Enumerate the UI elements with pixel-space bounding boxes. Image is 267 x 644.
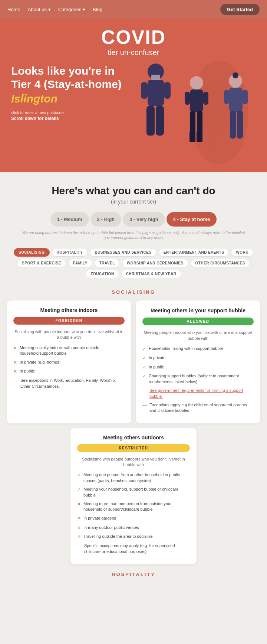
disclaimer-text: We are doing our best to keep this advic… — [11, 230, 256, 241]
rule-item: ✕ Meeting more than one person from outs… — [77, 501, 190, 513]
cat-entertainment[interactable]: ENTERTAINMENT AND EVENTS — [159, 248, 229, 257]
cat-work[interactable]: WORK — [231, 248, 253, 257]
tier-tabs-section: Here's what you can and can't do (in you… — [0, 172, 267, 244]
svg-rect-4 — [148, 80, 164, 106]
svg-rect-6 — [164, 82, 171, 99]
svg-rect-12 — [185, 92, 190, 105]
rule-text: In private gardens — [83, 515, 116, 521]
cross-icon: ✕ — [77, 515, 81, 522]
cat-sport[interactable]: SPORT & EXERCISE — [17, 259, 66, 267]
card-bubble-rules: ✓ Households mixing within support bubbl… — [142, 346, 254, 414]
section-subtitle: (in your current tier) — [11, 199, 256, 205]
svg-rect-25 — [232, 84, 239, 88]
nav-categories[interactable]: Categories ▾ — [58, 7, 85, 12]
tier-tab-2[interactable]: 2 - High — [90, 212, 122, 227]
svg-point-26 — [233, 72, 238, 78]
svg-rect-20 — [229, 88, 243, 112]
check-icon: ✓ — [142, 364, 146, 371]
support-bubble-link[interactable]: See government requirements for forming … — [149, 388, 254, 399]
check-icon: ✓ — [142, 346, 146, 352]
rule-item: ✓ In public — [142, 364, 254, 371]
main-content: Here's what you can and can't do (in you… — [0, 172, 267, 598]
rule-item: ✕ Meeting socially indoors with people o… — [13, 345, 125, 357]
dash-icon: — — [77, 543, 82, 549]
svg-rect-17 — [197, 131, 202, 142]
postcode-hint[interactable]: click to enter a new postcode — [11, 110, 130, 115]
card-outdoors-desc: Socialising with people outdoors who you… — [77, 456, 190, 468]
check-icon: ✓ — [142, 355, 146, 361]
status-badge-allowed: ALLOWED — [142, 318, 254, 325]
svg-rect-11 — [190, 90, 203, 112]
dash-icon: — — [13, 378, 18, 384]
rule-item: — Exceptions apply e.g.for children of s… — [142, 402, 254, 414]
navbar: Home About us ▾ Categories ▾ Blog Get St… — [0, 0, 267, 19]
svg-rect-18 — [193, 85, 200, 89]
rule-text: Meeting your household, support bubble o… — [83, 487, 190, 498]
svg-rect-2 — [214, 131, 217, 153]
rule-item: — See exceptions in Work, Education, Fam… — [13, 378, 125, 389]
svg-rect-16 — [189, 131, 195, 142]
cat-other[interactable]: OTHER CIRCUMSTANCES — [191, 259, 250, 267]
cat-hospitality[interactable]: HOSPITALITY — [52, 248, 88, 257]
dash-icon: — — [142, 388, 147, 394]
hero-text-block: Looks like you're in Tier 4 (Stay-at-hom… — [11, 61, 130, 121]
svg-rect-7 — [146, 106, 155, 136]
svg-rect-24 — [237, 111, 243, 139]
rule-text: In private — [149, 355, 165, 361]
status-badge-restricted: RESTRICTED — [77, 444, 190, 452]
cat-businesses[interactable]: BUSINESSES AND SERVICES — [90, 248, 156, 257]
cross-icon: ✕ — [13, 360, 17, 366]
svg-rect-5 — [141, 82, 148, 99]
card-indoors-title: Meeting others indoors — [13, 307, 125, 313]
cat-travel[interactable]: TRAVEL — [95, 259, 120, 267]
tier-tab-1[interactable]: 1 - Medium — [50, 212, 89, 227]
tier-tab-4[interactable]: 4 - Stay at home — [167, 212, 217, 227]
svg-rect-23 — [230, 111, 236, 139]
cat-socialising[interactable]: SOCIALISING — [14, 248, 50, 257]
socialising-section-heading: SOCIALISING — [0, 289, 267, 295]
get-started-button[interactable]: Get Started — [220, 4, 260, 15]
svg-rect-8 — [156, 106, 164, 136]
rule-item: ✓ Changing support bubbles (subject to g… — [142, 373, 254, 385]
card-outdoors-rules: ✓ Meeting one person from another househ… — [77, 472, 190, 554]
rule-item: ✕ In private (e.g. homes) — [13, 360, 125, 366]
hospitality-section-heading: HOSPITALITY — [0, 572, 267, 581]
tier-tabs-container: 1 - Medium 2 - High 3 - Very high 4 - St… — [11, 212, 256, 227]
rule-item: — Specific exceptions may apply (e.g. fo… — [77, 543, 190, 554]
top-cards-row: Meeting others indoors FORBIDDEN Sociali… — [0, 300, 267, 423]
category-tags-container: SOCIALISING HOSPITALITY BUSINESSES AND S… — [0, 244, 267, 282]
nav-links: Home About us ▾ Categories ▾ Blog — [7, 7, 220, 12]
rule-text: In private (e.g. homes) — [20, 360, 60, 365]
cross-icon: ✕ — [77, 501, 81, 507]
check-icon: ✓ — [77, 472, 81, 478]
cross-icon: ✕ — [77, 534, 81, 540]
cat-education[interactable]: EDUCATION — [86, 270, 119, 278]
nav-about[interactable]: About us ▾ — [28, 7, 51, 12]
status-badge-forbidden: FORBIDDEN — [13, 317, 125, 325]
cross-icon: ✕ — [13, 368, 17, 375]
card-outdoors-container: Meeting others outdoors RESTRICTED Socia… — [0, 428, 267, 564]
card-bubble-title: Meeting others in your support bubble — [142, 307, 254, 314]
tier-tab-3[interactable]: 3 - Very high — [123, 212, 165, 227]
cat-worship[interactable]: WORSHIP AND CEREMONIES — [122, 259, 188, 267]
hero-illustration — [126, 49, 260, 172]
rule-item: ✕ In private gardens — [77, 515, 190, 522]
nav-home[interactable]: Home — [7, 7, 20, 12]
dash-icon: — — [142, 402, 147, 409]
nav-blog[interactable]: Blog — [93, 7, 102, 12]
rule-text: Meeting more than one person from outsid… — [83, 501, 190, 513]
rule-item: ✓ Households mixing within support bubbl… — [142, 346, 254, 352]
card-bubble-desc: Meeting people indoors who you live with… — [142, 330, 254, 341]
rule-text: Specific exceptions may apply (e.g. for … — [84, 543, 190, 554]
hero-location: Islington — [11, 92, 130, 105]
rule-text: In many outdoor public venues — [83, 525, 139, 530]
card-indoors-desc: Socialising with people indoors who you … — [13, 329, 125, 341]
cat-family[interactable]: FAMILY — [68, 259, 92, 267]
card-outdoors-title: Meeting others outdoors — [77, 435, 190, 440]
cat-christmas[interactable]: CHRISTMAS & NEW YEAR — [121, 270, 181, 278]
hero-title: COVID — [11, 26, 256, 48]
card-indoors-rules: ✕ Meeting socially indoors with people o… — [13, 345, 125, 389]
hero-section: COVID tier un-confuser Looks like you're… — [0, 19, 267, 172]
check-icon: ✓ — [142, 373, 146, 380]
rule-item: ✓ Meeting your household, support bubble… — [77, 487, 190, 498]
